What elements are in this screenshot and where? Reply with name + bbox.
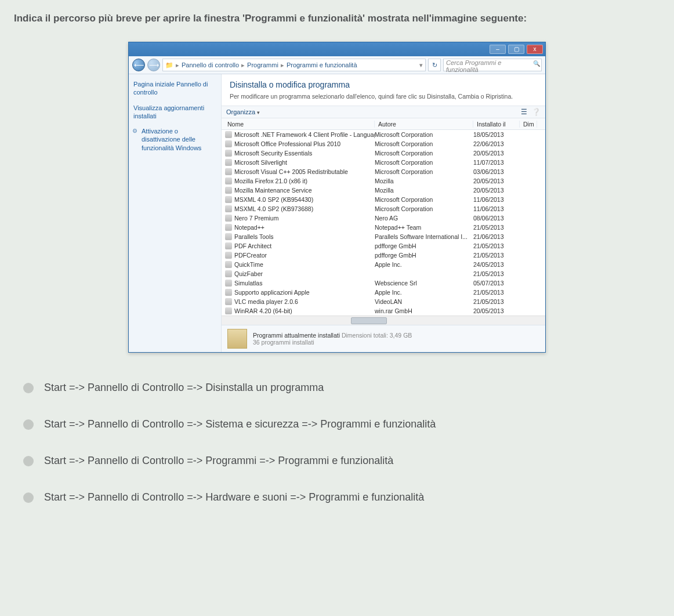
program-date: 11/06/2013 xyxy=(473,205,520,212)
program-row[interactable]: QuickTimeApple Inc.24/05/2013 xyxy=(222,260,545,269)
crumb-programs[interactable]: Programmi xyxy=(247,61,278,68)
panel-subheading: Per modificare un programma selezionarlo… xyxy=(222,90,545,106)
program-author: Apple Inc. xyxy=(375,289,473,296)
answer-text: Start =-> Pannello di Controllo =-> Sist… xyxy=(44,418,436,430)
organize-button[interactable]: Organizza xyxy=(226,108,260,115)
answer-option-2[interactable]: Start =-> Pannello di Controllo =-> Sist… xyxy=(23,418,662,430)
navigation-row: ⟵ ⟶ 📁 ▸ Pannello di controllo ▸ Programm… xyxy=(129,56,545,74)
crumb-programs-features[interactable]: Programmi e funzionalità xyxy=(287,61,357,68)
answer-option-3[interactable]: Start =-> Pannello di Controllo =-> Prog… xyxy=(23,455,662,467)
refresh-button[interactable]: ↻ xyxy=(428,59,441,71)
program-name: QuickTime xyxy=(234,261,263,268)
folder-icon: 📁 xyxy=(165,61,173,69)
sidebar-link-home[interactable]: Pagina iniziale Pannello di controllo xyxy=(133,80,216,97)
status-bar: Programmi attualmente installati Dimensi… xyxy=(222,325,545,352)
program-date: 03/06/2013 xyxy=(473,168,520,175)
help-icon[interactable]: ❔ xyxy=(532,108,541,116)
program-icon xyxy=(225,205,232,212)
radio-icon[interactable] xyxy=(23,492,34,503)
dropdown-icon[interactable]: ▾ xyxy=(419,61,423,69)
answer-text: Start =-> Pannello di Controllo =-> Prog… xyxy=(44,455,393,467)
program-icon xyxy=(225,280,232,287)
answer-option-4[interactable]: Start =-> Pannello di Controllo =-> Hard… xyxy=(23,491,662,503)
status-text: Programmi attualmente installati Dimensi… xyxy=(253,332,412,346)
program-row[interactable]: Nero 7 PremiumNero AG08/06/2013 xyxy=(222,213,545,223)
program-author: Microsoft Corporation xyxy=(375,150,473,157)
program-icon xyxy=(225,196,232,203)
program-row[interactable]: WinRAR 4.20 (64-bit)win.rar GmbH20/05/20… xyxy=(222,306,545,316)
radio-icon[interactable] xyxy=(23,456,34,466)
program-row[interactable]: Microsoft Office Professional Plus 2010M… xyxy=(222,139,545,148)
horizontal-scrollbar[interactable] xyxy=(222,316,545,325)
nav-back-button[interactable]: ⟵ xyxy=(132,59,145,71)
column-author[interactable]: Autore xyxy=(375,121,473,128)
view-mode-icon[interactable]: ☰ xyxy=(521,108,527,116)
program-icon xyxy=(225,261,232,268)
program-name: Microsoft Security Essentials xyxy=(234,150,312,157)
program-icon xyxy=(225,140,232,147)
program-row[interactable]: Notepad++Notepad++ Team21/05/2013 xyxy=(222,223,545,232)
program-author: Mozilla xyxy=(375,187,473,194)
program-icon xyxy=(225,150,232,157)
status-line1-main: Programmi attualmente installati xyxy=(253,332,340,339)
list-header: Nome Autore Installato il Dim xyxy=(222,118,545,130)
program-date: 21/05/2013 xyxy=(473,242,520,249)
program-row[interactable]: Mozilla Firefox 21.0 (x86 it)Mozilla20/0… xyxy=(222,176,545,186)
programs-features-window: – ▢ x ⟵ ⟶ 📁 ▸ Pannello di controllo ▸ Pr… xyxy=(128,42,546,353)
program-author: Microsoft Corporation xyxy=(375,168,473,175)
program-row[interactable]: Supporto applicazioni AppleApple Inc.21/… xyxy=(222,288,545,297)
program-row[interactable]: PDF Architectpdfforge GmbH21/05/2013 xyxy=(222,241,545,251)
program-name: Simulatlas xyxy=(234,280,262,287)
column-name[interactable]: Nome xyxy=(224,121,375,128)
nav-forward-button[interactable]: ⟶ xyxy=(147,59,160,71)
program-row[interactable]: Mozilla Maintenance ServiceMozilla20/05/… xyxy=(222,186,545,195)
answer-option-1[interactable]: Start =-> Pannello di Controllo =-> Disi… xyxy=(23,382,662,394)
program-row[interactable]: QuizFaber21/05/2013 xyxy=(222,269,545,278)
close-button[interactable]: x xyxy=(527,45,543,54)
program-icon xyxy=(225,233,232,240)
program-row[interactable]: Parallels ToolsParallels Software Intern… xyxy=(222,232,545,241)
program-name: Nero 7 Premium xyxy=(234,215,278,222)
sidebar-link-windows-features[interactable]: Attivazione o disattivazione delle funzi… xyxy=(133,127,216,152)
program-row[interactable]: Microsoft .NET Framework 4 Client Profil… xyxy=(222,130,545,139)
main-panel: Disinstalla o modifica programma Per mod… xyxy=(222,74,545,352)
program-date: 21/05/2013 xyxy=(473,289,520,296)
program-row[interactable]: MSXML 4.0 SP2 (KB973688)Microsoft Corpor… xyxy=(222,204,545,213)
program-name: WinRAR 4.20 (64-bit) xyxy=(234,307,292,314)
program-row[interactable]: MSXML 4.0 SP2 (KB954430)Microsoft Corpor… xyxy=(222,195,545,204)
minimize-button[interactable]: – xyxy=(490,45,506,54)
program-icon xyxy=(225,168,232,175)
program-date: 24/05/2013 xyxy=(473,261,520,268)
program-author: pdfforge GmbH xyxy=(375,252,473,259)
program-row[interactable]: Microsoft Visual C++ 2005 Redistributabl… xyxy=(222,167,545,176)
program-row[interactable]: Microsoft SilverlightMicrosoft Corporati… xyxy=(222,158,545,167)
program-row[interactable]: SimulatlasWebscience Srl05/07/2013 xyxy=(222,278,545,288)
radio-icon[interactable] xyxy=(23,383,34,393)
program-icon xyxy=(225,215,232,222)
program-row[interactable]: PDFCreatorpdfforge GmbH21/05/2013 xyxy=(222,251,545,260)
sidebar-link-updates[interactable]: Visualizza aggiornamenti installati xyxy=(133,104,216,121)
program-name: Microsoft Visual C++ 2005 Redistributabl… xyxy=(234,168,348,175)
breadcrumb[interactable]: 📁 ▸ Pannello di controllo ▸ Programmi ▸ … xyxy=(162,59,426,71)
program-name: PDF Architect xyxy=(234,242,271,249)
maximize-button[interactable]: ▢ xyxy=(508,45,524,54)
program-name: Microsoft .NET Framework 4 Client Profil… xyxy=(234,131,375,138)
program-author: Microsoft Corporation xyxy=(375,196,473,203)
column-size[interactable]: Dim xyxy=(520,121,537,128)
toolbar: Organizza ☰ ❔ xyxy=(222,106,545,118)
radio-icon[interactable] xyxy=(23,419,34,430)
search-input[interactable]: Cerca Programmi e funzionalità xyxy=(443,59,542,71)
program-list[interactable]: Microsoft .NET Framework 4 Client Profil… xyxy=(222,130,545,316)
program-name: Supporto applicazioni Apple xyxy=(234,289,310,296)
column-installed[interactable]: Installato il xyxy=(473,121,520,128)
crumb-control-panel[interactable]: Pannello di controllo xyxy=(182,61,239,68)
program-author: Microsoft Corporation xyxy=(375,159,473,166)
program-date: 21/06/2013 xyxy=(473,233,520,240)
program-row[interactable]: Microsoft Security EssentialsMicrosoft C… xyxy=(222,148,545,158)
program-date: 21/05/2013 xyxy=(473,224,520,231)
program-icon xyxy=(225,159,232,166)
program-name: Mozilla Maintenance Service xyxy=(234,187,312,194)
program-row[interactable]: VLC media player 2.0.6VideoLAN21/05/2013 xyxy=(222,297,545,306)
program-date: 20/05/2013 xyxy=(473,177,520,184)
program-author: Microsoft Corporation xyxy=(375,205,473,212)
